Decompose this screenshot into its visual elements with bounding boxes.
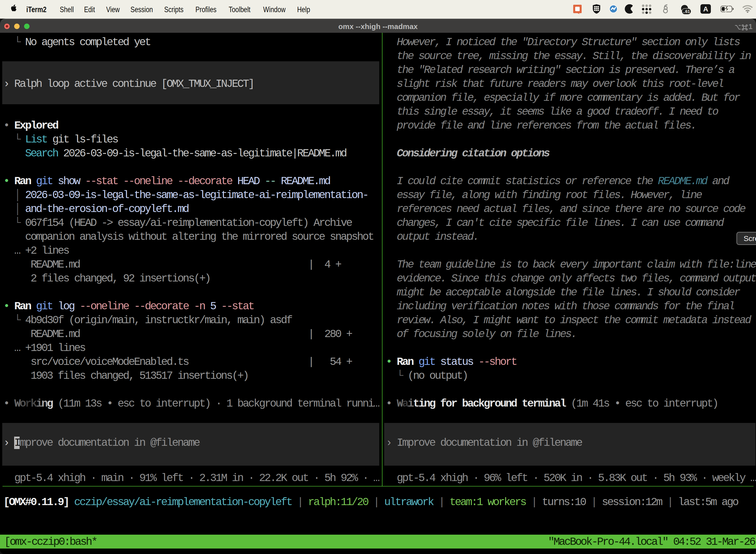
svg-text:A: A (703, 5, 708, 13)
svg-text:..61: ..61 (683, 9, 690, 14)
